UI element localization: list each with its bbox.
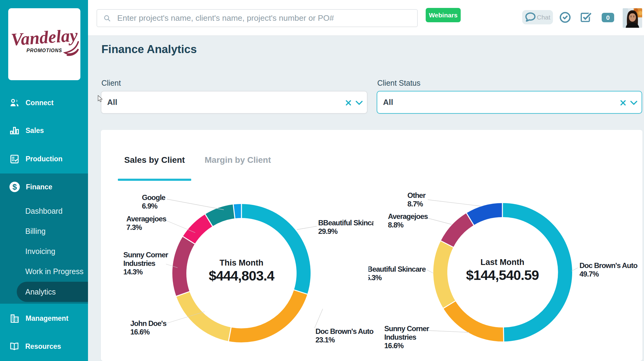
svg-text:Industries: Industries	[123, 259, 155, 267]
svg-text:29.9%: 29.9%	[318, 227, 338, 235]
svg-text:BBeautiful Skincare: BBeautiful Skincare	[368, 265, 426, 273]
svg-text:Other: Other	[407, 191, 426, 199]
svg-text:$144,540.59: $144,540.59	[466, 267, 539, 283]
svg-text:Doc Brown's Auto: Doc Brown's Auto	[315, 327, 373, 335]
svg-text:14.3%: 14.3%	[123, 268, 143, 276]
svg-text:John Doe's: John Doe's	[130, 319, 167, 327]
svg-text:Google: Google	[142, 193, 165, 202]
svg-text:7.3%: 7.3%	[126, 223, 142, 231]
svg-text:BBeautiful Skincare: BBeautiful Skincare	[318, 219, 374, 227]
svg-text:49.7%: 49.7%	[579, 270, 599, 278]
svg-text:16.6%: 16.6%	[384, 341, 404, 350]
svg-text:Industries: Industries	[384, 333, 416, 341]
svg-text:8.7%: 8.7%	[407, 200, 423, 208]
svg-text:Doc Brown's Auto: Doc Brown's Auto	[579, 261, 637, 270]
svg-text:8.8%: 8.8%	[388, 221, 403, 229]
svg-text:Averagejoes: Averagejoes	[126, 215, 167, 223]
svg-text:6.9%: 6.9%	[142, 202, 157, 210]
svg-text:16.6%: 16.6%	[130, 328, 150, 336]
svg-text:Sunny Corner: Sunny Corner	[123, 251, 168, 259]
svg-text:15.3%: 15.3%	[368, 273, 382, 282]
svg-text:$: $	[12, 182, 17, 191]
svg-text:Averagejoes: Averagejoes	[388, 212, 428, 220]
svg-text:Sunny Corner: Sunny Corner	[384, 324, 429, 333]
svg-text:23.1%: 23.1%	[315, 336, 335, 344]
svg-text:This Month: This Month	[220, 258, 263, 267]
svg-text:$444,803.4: $444,803.4	[209, 268, 274, 284]
svg-text:Last Month: Last Month	[480, 258, 524, 267]
